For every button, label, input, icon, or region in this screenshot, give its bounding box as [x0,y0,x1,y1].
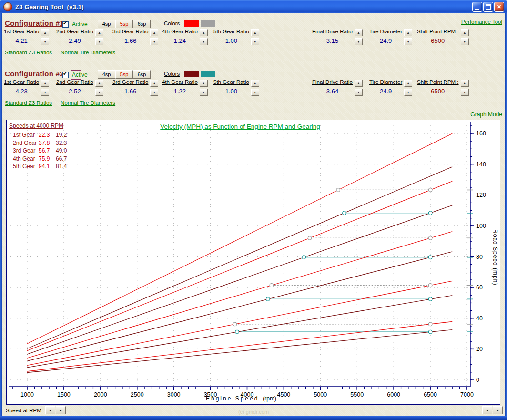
arrow-down-icon: ▼ [202,40,205,43]
spin-down-button[interactable]: ▼ [461,89,469,96]
colors-label[interactable]: Colors [164,71,180,77]
spinner-value[interactable]: 1.00 [213,88,249,95]
spinner-value[interactable]: 2.52 [56,88,93,95]
colors-control: Colors [164,20,215,27]
color-swatch[interactable] [201,20,215,27]
link-standard-z3-ratios[interactable]: Standard Z3 Ratios [5,100,52,106]
app-window: { "window": { "title": "Z3 Gearing Tool … [0,0,507,420]
arrow-up-icon: ▲ [43,82,47,85]
spin-down-button[interactable]: ▼ [251,38,259,45]
color-swatch[interactable] [184,20,199,27]
minimize-button[interactable] [472,2,482,12]
spin-down-button[interactable]: ▼ [355,89,363,96]
legend-row: 5th Gear94.181.4 [13,163,73,171]
link-normal-tire-diameters[interactable]: Normal Tire Diameters [61,100,115,106]
spin-down-button[interactable]: ▼ [95,89,103,96]
svg-text:100: 100 [476,223,486,229]
spin-up-button[interactable]: ▲ [404,80,412,87]
watermark-text: (c) gmdr.com [2,409,505,415]
spinner-4th-gear-ratio: 4th Gear Ratio1.22▲▼ [162,79,208,96]
spin-up-button[interactable]: ▲ [251,29,259,36]
color-swatch[interactable] [201,71,215,77]
spin-up-button[interactable]: ▲ [404,29,412,36]
spin-up-button[interactable]: ▲ [150,29,158,36]
spin-down-button[interactable]: ▼ [41,38,49,45]
speed-button-5sp[interactable]: 5sp [115,70,133,79]
spin-down-button[interactable]: ▼ [251,89,259,96]
active-checkbox[interactable]: ✔ [62,21,69,28]
link-normal-tire-diameters[interactable]: Normal Tire Diameters [61,50,115,55]
speed-button-4sp[interactable]: 4sp [98,20,115,28]
spin-down-button[interactable]: ▼ [200,89,208,96]
spinner-value[interactable]: 1.24 [162,37,198,44]
spinner-value[interactable]: 4.21 [4,37,39,44]
spin-down-button[interactable]: ▼ [355,38,363,45]
spin-down-button[interactable]: ▼ [404,89,412,96]
arrow-up-icon: ▲ [463,31,466,34]
close-button[interactable]: ✕ [494,2,504,12]
colors-label[interactable]: Colors [164,20,180,26]
minimize-icon [475,9,479,10]
spinner-value[interactable]: 6500 [417,37,459,44]
spin-up-button[interactable]: ▲ [95,80,103,87]
spin-up-button[interactable]: ▲ [200,29,208,36]
arrow-down-icon: ▼ [357,91,360,94]
close-icon: ✕ [497,4,501,10]
spin-up-button[interactable]: ▲ [461,29,469,36]
spinner-5th-gear-ratio: 5th Gear Ratio1.00▲▼ [213,79,259,96]
spinner-value[interactable]: 4.23 [4,88,39,95]
spinner-value[interactable]: 1.66 [112,88,148,95]
spinner-value[interactable]: 24.9 [369,37,402,44]
scroll-left-button[interactable]: ◄ [482,406,492,414]
spinner-3rd-gear-ratio: 3rd Gear Ratio1.66▲▼ [112,29,158,45]
active-checkbox[interactable]: ✔ [62,72,69,78]
scroll-right-button[interactable]: ► [493,406,503,414]
colors-control: Colors [164,71,215,77]
spin-up-button[interactable]: ▲ [150,80,158,87]
legend-config1-speed: 75.9 [39,155,56,163]
spin-up-button[interactable]: ▲ [355,29,363,36]
configuration-1-heading: Configuration #1 [5,19,64,27]
arrow-up-icon: ▲ [98,31,101,34]
spin-down-button[interactable]: ▼ [150,89,158,96]
spin-down-button[interactable]: ▼ [461,38,469,45]
maximize-button[interactable] [483,2,493,12]
color-swatches [184,20,215,27]
speed-button-4sp[interactable]: 4sp [98,70,115,79]
spinner-value[interactable]: 2.49 [56,37,93,44]
spin-up-button[interactable]: ▲ [355,80,363,87]
arrow-up-icon: ▲ [463,82,466,85]
spin-up-button[interactable]: ▲ [95,29,103,36]
spinner-label: 2nd Gear Ratio [56,29,93,34]
spin-down-button[interactable]: ▼ [95,38,103,45]
legend-config1-speed: 22.3 [39,131,56,139]
color-swatch[interactable] [184,71,199,77]
spinner-value[interactable]: 3.64 [312,88,353,95]
spinner-value[interactable]: 3.15 [312,37,353,44]
spinner-value[interactable]: 1.66 [112,37,148,44]
speed-button-6sp[interactable]: 6sp [133,20,151,28]
spin-down-button[interactable]: ▼ [404,38,412,45]
spin-up-button[interactable]: ▲ [200,80,208,87]
spinner-value[interactable]: 1.00 [213,37,249,44]
spin-down-button[interactable]: ▼ [200,38,208,45]
spinner-value[interactable]: 6500 [417,88,459,95]
spin-up-button[interactable]: ▲ [461,80,469,87]
spin-down-button[interactable]: ▼ [150,38,158,45]
spinner-value[interactable]: 1.22 [162,88,198,95]
active-control: ✔ Active [62,72,88,78]
arrow-up-icon: ▲ [254,31,257,34]
link-standard-z3-ratios[interactable]: Standard Z3 Ratios [5,50,52,55]
spin-up-button[interactable]: ▲ [41,29,49,36]
spin-up-button[interactable]: ▲ [41,80,49,87]
arrow-up-icon: ▲ [357,82,360,85]
speed-button-6sp[interactable]: 6sp [133,70,151,79]
arrow-up-icon: ▲ [43,31,47,34]
spinner-value[interactable]: 24.9 [369,88,402,95]
spin-up-button[interactable]: ▲ [251,80,259,87]
legend-config2-speed: 66.7 [56,155,73,163]
spin-down-button[interactable]: ▼ [41,89,49,96]
speed-button-5sp[interactable]: 5sp [115,20,133,28]
svg-text:140: 140 [476,161,486,168]
spinner-final-drive-ratio: Final Drive Ratio3.15▲▼ [312,29,363,45]
